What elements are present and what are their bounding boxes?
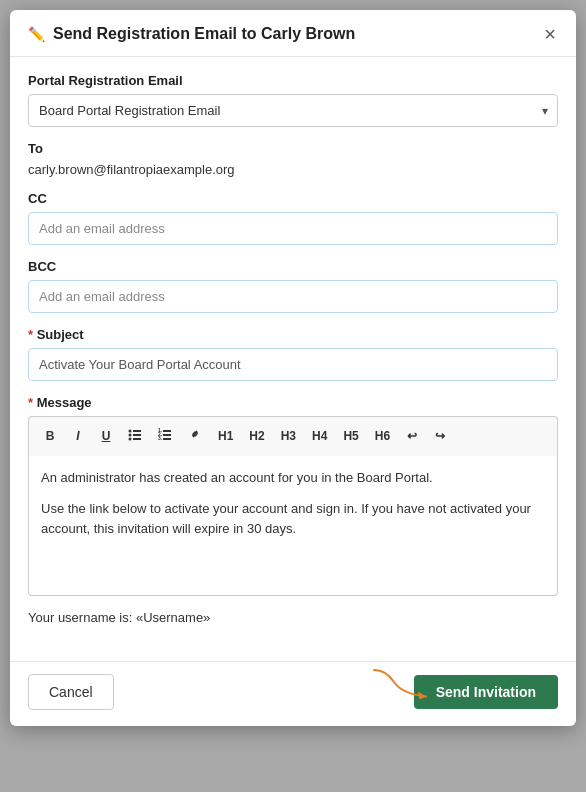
svg-point-0 — [129, 430, 132, 433]
to-field: To carly.brown@filantropiaexample.org — [28, 141, 558, 177]
portal-registration-field: Portal Registration Email Board Portal R… — [28, 73, 558, 127]
svg-text:3.: 3. — [158, 435, 163, 441]
svg-rect-10 — [163, 434, 171, 436]
svg-point-1 — [129, 434, 132, 437]
modal-body: Portal Registration Email Board Portal R… — [10, 57, 576, 661]
h3-button[interactable]: H3 — [274, 424, 303, 449]
message-toolbar: B I U — [28, 416, 558, 456]
undo-button[interactable]: ↩ — [399, 424, 425, 449]
svg-rect-3 — [133, 430, 141, 432]
modal-overlay: ✏️ Send Registration Email to Carly Brow… — [0, 0, 586, 792]
username-line: Your username is: «Username» — [28, 610, 558, 625]
pencil-icon: ✏️ — [28, 26, 45, 42]
bullet-list-button[interactable] — [121, 423, 149, 450]
to-label: To — [28, 141, 558, 156]
close-button[interactable]: × — [542, 24, 558, 44]
message-editor[interactable]: An administrator has created an account … — [28, 456, 558, 596]
cc-label: CC — [28, 191, 558, 206]
to-value: carly.brown@filantropiaexample.org — [28, 162, 558, 177]
cc-input[interactable] — [28, 212, 558, 245]
svg-rect-4 — [133, 434, 141, 436]
message-field: Message B I U — [28, 395, 558, 596]
bcc-field: BCC — [28, 259, 558, 313]
h5-button[interactable]: H5 — [336, 424, 365, 449]
underline-button[interactable]: U — [93, 424, 119, 449]
h1-button[interactable]: H1 — [211, 424, 240, 449]
modal-title-text: Send Registration Email to Carly Brown — [53, 25, 355, 43]
h4-button[interactable]: H4 — [305, 424, 334, 449]
modal-title: ✏️ Send Registration Email to Carly Brow… — [28, 25, 355, 43]
ordered-list-button[interactable]: 1. 2. 3. — [151, 423, 179, 450]
svg-point-2 — [129, 438, 132, 441]
subject-label: Subject — [28, 327, 558, 342]
portal-registration-label: Portal Registration Email — [28, 73, 558, 88]
redo-button[interactable]: ↪ — [427, 424, 453, 449]
cancel-button[interactable]: Cancel — [28, 674, 114, 710]
svg-rect-11 — [163, 438, 171, 440]
italic-button[interactable]: I — [65, 424, 91, 449]
modal-footer: Cancel Send Invitation — [10, 661, 576, 726]
subject-input[interactable] — [28, 348, 558, 381]
bold-button[interactable]: B — [37, 424, 63, 449]
modal-dialog: ✏️ Send Registration Email to Carly Brow… — [10, 10, 576, 726]
modal-header: ✏️ Send Registration Email to Carly Brow… — [10, 10, 576, 57]
portal-registration-select-wrapper: Board Portal Registration Email ▾ — [28, 94, 558, 127]
cc-field: CC — [28, 191, 558, 245]
h6-button[interactable]: H6 — [368, 424, 397, 449]
message-label: Message — [28, 395, 558, 410]
svg-rect-5 — [133, 438, 141, 440]
arrow-decoration — [366, 666, 446, 706]
bcc-input[interactable] — [28, 280, 558, 313]
message-line2: Use the link below to activate your acco… — [41, 499, 545, 541]
link-button[interactable] — [181, 423, 209, 450]
h2-button[interactable]: H2 — [242, 424, 271, 449]
bcc-label: BCC — [28, 259, 558, 274]
message-line1: An administrator has created an account … — [41, 468, 545, 489]
subject-field: Subject — [28, 327, 558, 381]
svg-rect-9 — [163, 430, 171, 432]
portal-registration-select[interactable]: Board Portal Registration Email — [28, 94, 558, 127]
